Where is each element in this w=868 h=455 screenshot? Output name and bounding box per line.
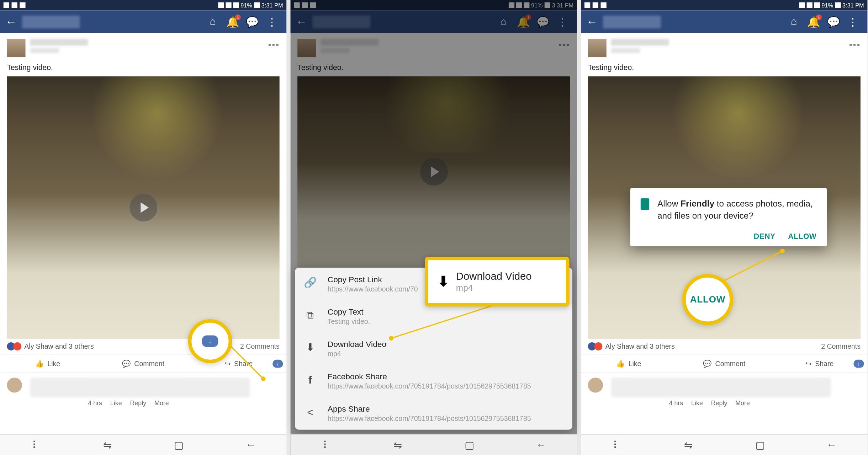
nav-recents-icon[interactable]: ⇋: [683, 439, 694, 451]
comment-body: [30, 378, 250, 397]
screenshot-3: 91% 3:31 PM ← ⌂ 🔔1 💬 ⋮ ••• Testing video…: [581, 0, 867, 455]
video-thumbnail[interactable]: [7, 76, 280, 339]
video-thumbnail[interactable]: [297, 76, 570, 267]
comment-like[interactable]: Like: [110, 400, 122, 407]
overflow-icon[interactable]: ⋮: [556, 15, 569, 28]
post-caption: Testing video.: [291, 61, 577, 76]
nav-home-icon[interactable]: ▢: [754, 439, 766, 451]
comment-button[interactable]: 💬Comment: [95, 354, 191, 372]
like-button[interactable]: 👍Like: [0, 354, 95, 372]
nav-recents-icon[interactable]: ⇋: [102, 439, 113, 451]
comment-avatar[interactable]: [7, 378, 22, 392]
post-author[interactable]: [30, 39, 88, 46]
battery-text: 91%: [240, 2, 252, 9]
home-icon[interactable]: ⌂: [788, 15, 800, 28]
avatar[interactable]: [588, 39, 607, 57]
status-bar: 91% 3:31 PM: [0, 0, 286, 10]
reactions-row[interactable]: Aly Shaw and 3 others 2 Comments: [581, 339, 867, 354]
nav-recents-icon[interactable]: ⇋: [392, 439, 404, 451]
share-icon: ↪: [225, 359, 231, 368]
nav-bar: ⠇ ⇋ ▢ ←: [0, 434, 286, 455]
sheet-apps-share[interactable]: < Apps Sharehttps://www.facebook.com/705…: [295, 397, 572, 430]
thumbs-up-icon: 👍: [35, 359, 44, 368]
back-icon[interactable]: ←: [586, 15, 598, 28]
comment-reply[interactable]: Reply: [130, 400, 146, 407]
download-cloud-icon[interactable]: [853, 359, 864, 368]
permission-message: Allow Friendly to access photos, media, …: [657, 197, 816, 221]
messenger-icon[interactable]: 💬: [246, 15, 259, 28]
nav-back-icon[interactable]: ←: [245, 439, 256, 451]
permission-allow-button[interactable]: ALLOW: [788, 232, 816, 240]
avatar[interactable]: [297, 39, 316, 57]
status-bar: 91% 3:31 PM: [581, 0, 867, 10]
notifications-icon[interactable]: 🔔1: [517, 15, 530, 28]
nav-menu-icon[interactable]: ⠇: [611, 439, 623, 451]
sheet-facebook-share[interactable]: f Facebook Sharehttps://www.facebook.com…: [295, 365, 572, 397]
notifications-icon[interactable]: 🔔1: [807, 15, 820, 28]
love-reaction-icon: [594, 342, 603, 350]
messenger-icon[interactable]: 💬: [536, 15, 549, 28]
nav-bar: ⠇ ⇋ ▢ ←: [581, 434, 867, 455]
comment-meta: 4 hrs Like Reply More: [88, 400, 279, 407]
post-caption: Testing video.: [581, 61, 867, 76]
notification-badge: 1: [235, 14, 240, 20]
link-icon: 🔗: [303, 276, 317, 290]
comment-avatar[interactable]: [588, 378, 603, 392]
post-header: •••: [581, 33, 867, 61]
permission-deny-button[interactable]: DENY: [754, 232, 776, 240]
screenshot-2: 91% 3:31 PM ← ⌂ 🔔1 💬 ⋮ ••• Testing video…: [291, 0, 577, 455]
comment-icon: 💬: [122, 359, 131, 368]
status-bar: 91% 3:31 PM: [291, 0, 577, 10]
post-menu-icon[interactable]: •••: [559, 40, 570, 50]
love-reaction-icon: [13, 342, 21, 350]
share-button[interactable]: ↪Share: [772, 354, 867, 372]
overflow-icon[interactable]: ⋮: [266, 15, 279, 28]
nav-back-icon[interactable]: ←: [826, 439, 838, 451]
app-bar: ← ⌂ 🔔1 💬 ⋮: [0, 10, 286, 33]
comment-button[interactable]: 💬Comment: [677, 354, 772, 372]
nav-home-icon[interactable]: ▢: [464, 439, 476, 451]
actions-row: 👍Like 💬Comment ↪Share: [0, 354, 286, 373]
screenshot-1: 91% 3:31 PM ← ⌂ 🔔1 💬 ⋮ ••• Testing video…: [0, 0, 286, 455]
post-menu-icon[interactable]: •••: [849, 40, 861, 50]
page-title: [312, 15, 370, 28]
home-icon[interactable]: ⌂: [207, 15, 219, 28]
comment-meta: 4 hrs Like Reply More: [669, 400, 860, 407]
download-cloud-icon: [202, 335, 218, 347]
back-icon[interactable]: ←: [5, 15, 17, 28]
home-icon[interactable]: ⌂: [497, 15, 510, 28]
overflow-icon[interactable]: ⋮: [847, 15, 859, 28]
nav-menu-icon[interactable]: ⠇: [321, 439, 332, 451]
download-cloud-icon[interactable]: [272, 359, 283, 368]
reactions-row[interactable]: Aly Shaw and 3 others 2 Comments: [0, 339, 286, 354]
nav-back-icon[interactable]: ←: [535, 439, 547, 451]
comments-count[interactable]: 2 Comments: [240, 342, 280, 350]
play-icon[interactable]: [420, 158, 448, 186]
callout-download-cloud: [188, 319, 232, 363]
comment-row: 4 hrs Like Reply More: [581, 373, 867, 411]
page-title: [22, 15, 80, 28]
actions-row: 👍Like 💬Comment ↪Share: [581, 354, 867, 373]
notifications-icon[interactable]: 🔔1: [226, 15, 239, 28]
share-icon: <: [303, 405, 317, 419]
like-button[interactable]: 👍Like: [581, 354, 676, 372]
folder-icon: [641, 198, 649, 210]
post-menu-icon[interactable]: •••: [268, 40, 279, 50]
nav-home-icon[interactable]: ▢: [173, 439, 185, 451]
back-icon[interactable]: ←: [295, 15, 308, 28]
avatar[interactable]: [7, 39, 26, 57]
nav-menu-icon[interactable]: ⠇: [30, 439, 42, 451]
messenger-icon[interactable]: 💬: [827, 15, 840, 28]
post-header: •••: [291, 33, 577, 61]
sheet-download-video[interactable]: ⬇ Download Videomp4: [295, 332, 572, 365]
comment-icon: 💬: [703, 359, 711, 368]
app-bar: ← ⌂ 🔔1 💬 ⋮: [291, 10, 577, 33]
share-icon: ↪: [806, 359, 811, 368]
comment-row: 4 hrs Like Reply More: [0, 373, 286, 411]
comment-more[interactable]: More: [154, 400, 169, 407]
comment-time: 4 hrs: [88, 400, 102, 407]
thumbs-up-icon: 👍: [616, 359, 625, 368]
app-bar: ← ⌂ 🔔1 💬 ⋮: [581, 10, 867, 33]
post-caption: Testing video.: [0, 61, 286, 76]
play-icon[interactable]: [129, 194, 157, 221]
